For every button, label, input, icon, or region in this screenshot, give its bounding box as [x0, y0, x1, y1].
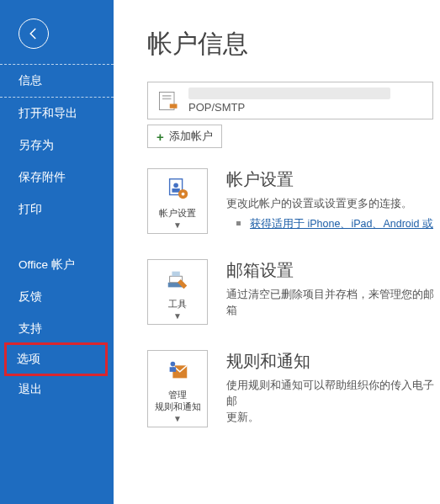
- sidebar-item-save-attachments[interactable]: 保存附件: [0, 162, 114, 194]
- svg-point-7: [182, 193, 185, 196]
- svg-point-10: [171, 362, 176, 367]
- section-desc: 使用规则和通知可以帮助组织你的传入电子邮更新。: [226, 378, 440, 425]
- sidebar-item-support[interactable]: 支持: [0, 313, 114, 345]
- svg-rect-1: [162, 95, 172, 97]
- add-account-label: 添加帐户: [169, 129, 213, 144]
- chevron-down-icon: ▼: [151, 220, 204, 230]
- chevron-down-icon: ▼: [151, 414, 204, 423]
- sidebar-item-options[interactable]: 选项: [7, 345, 105, 374]
- account-icon: [156, 89, 180, 113]
- tile-tools[interactable]: 工具 ▼: [147, 259, 208, 325]
- section-heading: 邮箱设置: [226, 259, 440, 282]
- svg-point-4: [173, 183, 178, 188]
- tile-label: 工具: [151, 299, 204, 310]
- sidebar-item-office-account[interactable]: Office 帐户: [0, 249, 114, 281]
- sidebar-item-open-export[interactable]: 打开和导出: [0, 98, 114, 130]
- section-account-settings: 帐户设置 ▼ 帐户设置 更改此帐户的设置或设置更多的连接。 获得适用于 iPho…: [147, 168, 440, 234]
- section-desc: 通过清空已删除项目并存档，来管理您的邮箱: [226, 287, 440, 319]
- tile-label: 帐户设置: [151, 208, 204, 219]
- section-heading: 规则和通知: [226, 350, 440, 373]
- account-selector[interactable]: POP/SMTP: [147, 82, 433, 119]
- sidebar-item-info[interactable]: 信息: [0, 64, 114, 98]
- svg-rect-11: [170, 368, 177, 373]
- account-settings-icon: [165, 176, 190, 201]
- svg-rect-5: [172, 188, 179, 193]
- arrow-left-icon: [26, 26, 41, 41]
- main-panel: 帐户信息 POP/SMTP + 添加帐户 帐户设置 ▼ 帐户设置 更改此帐户的设: [114, 0, 440, 504]
- sidebar-item-feedback[interactable]: 反馈: [0, 281, 114, 313]
- sidebar-item-exit[interactable]: 退出: [0, 374, 114, 406]
- chevron-down-icon: ▼: [151, 311, 204, 321]
- add-account-button[interactable]: + 添加帐户: [147, 125, 222, 148]
- section-rules-alerts: 管理 规则和通知 ▼ 规则和通知 使用规则和通知可以帮助组织你的传入电子邮更新。: [147, 350, 440, 427]
- section-desc: 更改此帐户的设置或设置更多的连接。: [226, 196, 440, 212]
- account-type: POP/SMTP: [188, 101, 390, 114]
- rules-alerts-icon: [165, 358, 190, 383]
- section-heading: 帐户设置: [226, 168, 440, 191]
- svg-rect-2: [162, 98, 172, 99]
- page-title: 帐户信息: [147, 27, 440, 61]
- sidebar-item-print[interactable]: 打印: [0, 194, 114, 225]
- back-button[interactable]: [19, 19, 49, 49]
- tile-account-settings[interactable]: 帐户设置 ▼: [147, 168, 208, 234]
- tools-icon: [165, 267, 190, 292]
- tile-label: 管理 规则和通知: [151, 390, 204, 411]
- sidebar-item-save-as[interactable]: 另存为: [0, 130, 114, 162]
- backstage-sidebar: 信息 打开和导出 另存为 保存附件 打印 Office 帐户 反馈 支持 选项 …: [0, 0, 114, 504]
- svg-rect-8: [172, 272, 179, 277]
- plus-icon: +: [156, 130, 164, 144]
- section-mailbox-settings: 工具 ▼ 邮箱设置 通过清空已删除项目并存档，来管理您的邮箱: [147, 259, 440, 325]
- tile-manage-rules[interactable]: 管理 规则和通知 ▼: [147, 350, 208, 427]
- mobile-apps-link[interactable]: 获得适用于 iPhone、iPad、Android 或: [250, 218, 433, 230]
- account-email-redacted: [188, 88, 390, 99]
